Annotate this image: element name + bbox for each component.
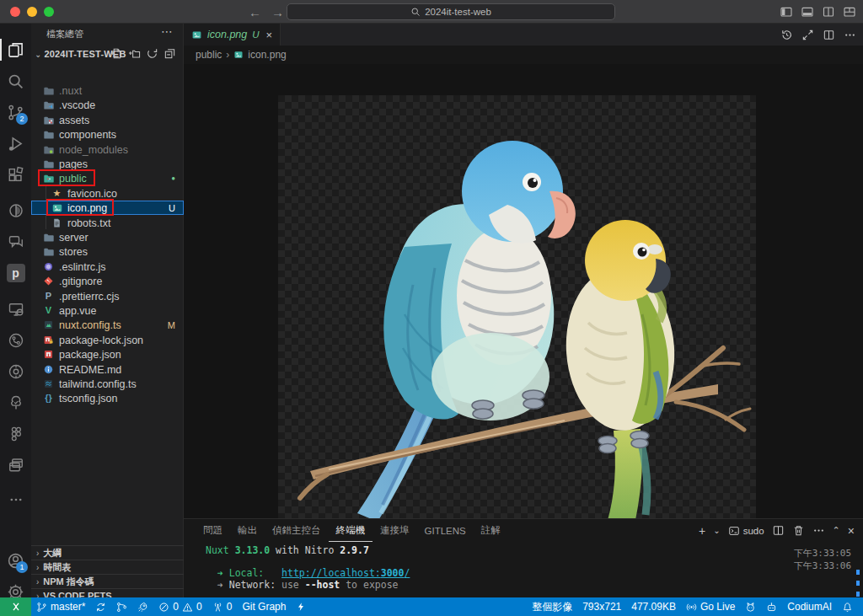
comments-icon[interactable]: [0, 228, 31, 256]
tab-terminal[interactable]: 終端機: [329, 519, 373, 542]
new-file-icon[interactable]: [110, 47, 123, 60]
file-row-package-lock[interactable]: package-lock.json: [31, 333, 184, 347]
accounts-icon[interactable]: 1: [0, 546, 31, 575]
minimize-window-button[interactable]: [27, 7, 37, 17]
file-row-gitignore[interactable]: .gitignore: [31, 274, 184, 288]
customize-layout-icon[interactable]: [843, 5, 856, 19]
refresh-explorer-icon[interactable]: [146, 47, 158, 60]
sync-changes-button[interactable]: [90, 597, 111, 616]
toggle-sidebar-icon[interactable]: [780, 5, 793, 19]
navigate-back-icon[interactable]: ←: [249, 5, 261, 19]
tab-ports[interactable]: 連接埠: [373, 519, 417, 542]
more-views-icon[interactable]: [0, 485, 31, 514]
command-center-search[interactable]: 2024it-test-web: [287, 3, 615, 20]
collapse-folders-icon[interactable]: [163, 47, 176, 60]
project-root-row[interactable]: ⌄ 2024IT-TEST-WEB: [31, 46, 183, 62]
explorer-more-actions-icon[interactable]: ⋯: [161, 24, 173, 38]
terminal-dropdown-icon[interactable]: ⌄: [713, 526, 720, 535]
ports-item[interactable]: 0: [207, 597, 238, 616]
image-scope-item[interactable]: 整個影像: [527, 597, 577, 616]
close-panel-icon[interactable]: ×: [848, 524, 855, 538]
close-tab-icon[interactable]: ×: [266, 29, 273, 41]
file-row-components-folder[interactable]: components: [31, 127, 184, 142]
split-editor-layout-icon[interactable]: [822, 5, 835, 19]
file-row-app-vue[interactable]: V app.vue: [31, 303, 184, 318]
file-row-tailwind-config[interactable]: tailwind.config.ts: [31, 377, 184, 391]
run-debug-icon[interactable]: [0, 129, 31, 158]
file-row-package-json[interactable]: package.json: [31, 347, 184, 362]
tab-output[interactable]: 輸出: [230, 519, 265, 542]
tab-comments[interactable]: 註解: [474, 519, 508, 542]
explorer-icon[interactable]: [0, 35, 31, 64]
git-graph-sidebar-icon[interactable]: [0, 326, 31, 355]
tab-icon-png[interactable]: icon.png U ×: [184, 24, 281, 46]
terminal-output[interactable]: Nuxt 3.13.0 with Nitro 2.9.7 ➜ Local: ht…: [206, 545, 846, 597]
source-control-icon[interactable]: 2: [0, 98, 31, 126]
file-row-robots[interactable]: robots.txt: [31, 216, 184, 230]
file-row-tsconfig[interactable]: {} tsconfig.json: [31, 391, 184, 405]
file-row-server-folder[interactable]: server: [31, 230, 184, 244]
tab-problems[interactable]: 問題: [196, 519, 230, 542]
breadcrumb-file[interactable]: icon.png: [248, 49, 286, 61]
navigate-forward-icon[interactable]: →: [271, 5, 284, 19]
file-row-prettierrc[interactable]: P .prettierrc.cjs: [31, 289, 184, 303]
git-graph-button[interactable]: Git Graph: [237, 597, 291, 616]
close-window-button[interactable]: [10, 7, 20, 17]
image-size-item[interactable]: 477.09KB: [626, 597, 681, 616]
file-row-nuxt-folder[interactable]: .nuxt: [31, 83, 184, 98]
figma-extension-icon[interactable]: [0, 420, 31, 448]
file-row-vscode-folder[interactable]: .vscode: [31, 98, 184, 112]
contrast-extension-icon[interactable]: [0, 196, 31, 225]
editor-more-actions-icon[interactable]: [844, 29, 856, 41]
file-row-pages-folder[interactable]: pages: [31, 157, 184, 171]
new-terminal-icon[interactable]: +: [699, 524, 705, 538]
maximize-window-button[interactable]: [44, 7, 54, 17]
image-dimensions-item[interactable]: 793x721: [577, 597, 626, 616]
file-row-eslintrc[interactable]: .eslintrc.js: [31, 260, 184, 274]
file-row-stores-folder[interactable]: stores: [31, 244, 184, 259]
open-changes-icon[interactable]: [801, 29, 814, 41]
git-branch-item[interactable]: master*: [31, 597, 90, 616]
copilot-cat-icon[interactable]: [740, 597, 761, 616]
split-terminal-icon[interactable]: [772, 524, 785, 537]
extensions-icon[interactable]: [0, 160, 31, 189]
panel-more-actions-icon[interactable]: [812, 524, 825, 537]
timeline-history-icon[interactable]: [780, 29, 793, 41]
tab-gitlens[interactable]: GITLENS: [417, 519, 474, 542]
split-editor-icon[interactable]: [823, 29, 835, 41]
thunder-client-icon[interactable]: [291, 597, 311, 616]
codium-ai-item[interactable]: CodiumAI: [782, 597, 837, 616]
outline-section[interactable]: › 大綱: [31, 545, 184, 560]
npm-scripts-section[interactable]: › NPM 指令碼: [31, 574, 184, 588]
remote-explorer-icon[interactable]: [0, 295, 31, 324]
testing-tree-icon[interactable]: [0, 388, 31, 417]
remote-indicator[interactable]: [0, 597, 31, 616]
timeline-section[interactable]: › 時間表: [31, 560, 184, 574]
problems-item[interactable]: 0 0: [153, 597, 206, 616]
file-row-icon-png[interactable]: icon.png U: [31, 201, 184, 215]
file-row-nuxt-config[interactable]: nuxt.config.ts M: [31, 318, 184, 332]
codium-robot-icon[interactable]: [761, 597, 782, 616]
localhost-port[interactable]: 3000: [381, 567, 405, 579]
git-graph-status-icon[interactable]: [111, 597, 132, 616]
terminal-profile[interactable]: sudo: [728, 525, 764, 537]
image-preview-viewport[interactable]: [184, 64, 863, 518]
tab-debug-console[interactable]: 偵錯主控台: [265, 519, 329, 542]
toggle-panel-icon[interactable]: [801, 5, 814, 19]
localhost-link[interactable]: http://localhost:: [281, 567, 381, 579]
file-row-public-folder[interactable]: public ●: [31, 171, 184, 185]
file-row-favicon[interactable]: ★ favicon.ico: [31, 186, 184, 201]
launch-button[interactable]: [132, 597, 153, 616]
file-row-node-modules-folder[interactable]: node_modules: [31, 142, 184, 157]
maximize-panel-icon[interactable]: ⌃: [833, 525, 840, 536]
kill-terminal-icon[interactable]: [792, 524, 805, 537]
notifications-bell[interactable]: [837, 597, 858, 616]
file-row-assets-folder[interactable]: assets: [31, 113, 184, 127]
file-row-readme[interactable]: README.md: [31, 362, 184, 377]
breadcrumb-folder[interactable]: public: [196, 49, 222, 61]
search-sidebar-icon[interactable]: [0, 67, 31, 95]
new-folder-icon[interactable]: [128, 47, 141, 60]
gitlens-icon[interactable]: [0, 357, 31, 386]
pets-extension-icon[interactable]: p: [0, 259, 31, 287]
go-live-button[interactable]: Go Live: [681, 597, 740, 616]
